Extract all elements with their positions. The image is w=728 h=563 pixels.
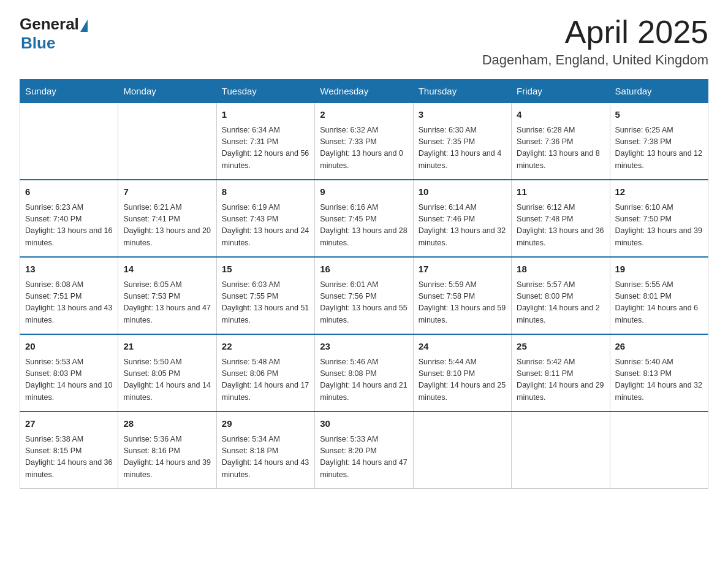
day-info: Sunrise: 6:14 AMSunset: 7:46 PMDaylight:…: [419, 202, 506, 250]
day-info: Sunrise: 5:36 AMSunset: 8:16 PMDaylight:…: [123, 434, 211, 481]
calendar-cell: 18Sunrise: 5:57 AMSunset: 8:00 PMDayligh…: [512, 257, 610, 334]
day-info: Sunrise: 6:08 AMSunset: 7:51 PMDaylight:…: [25, 279, 113, 327]
calendar-cell: 2Sunrise: 6:32 AMSunset: 7:33 PMDaylight…: [315, 103, 413, 180]
calendar-cell: 3Sunrise: 6:30 AMSunset: 7:35 PMDaylight…: [413, 103, 511, 180]
day-number: 25: [517, 340, 604, 354]
day-info: Sunrise: 5:48 AMSunset: 8:06 PMDaylight:…: [222, 356, 309, 404]
calendar-cell: 16Sunrise: 6:01 AMSunset: 7:56 PMDayligh…: [315, 257, 413, 334]
calendar-cell: [512, 412, 610, 489]
day-number: 9: [320, 185, 408, 199]
day-info: Sunrise: 6:34 AMSunset: 7:31 PMDaylight:…: [222, 124, 309, 172]
title-section: April 2025 Dagenham, England, United Kin…: [482, 15, 708, 68]
calendar-cell: 23Sunrise: 5:46 AMSunset: 8:08 PMDayligh…: [315, 334, 413, 412]
calendar-cell: 6Sunrise: 6:23 AMSunset: 7:40 PMDaylight…: [20, 180, 118, 257]
day-number: 5: [615, 108, 703, 122]
day-info: Sunrise: 5:55 AMSunset: 8:01 PMDaylight:…: [615, 279, 703, 327]
day-info: Sunrise: 6:28 AMSunset: 7:36 PMDaylight:…: [517, 124, 604, 172]
weekday-header-sunday: Sunday: [20, 80, 118, 103]
day-number: 19: [615, 262, 703, 277]
day-number: 16: [320, 262, 408, 277]
calendar-cell: 28Sunrise: 5:36 AMSunset: 8:16 PMDayligh…: [118, 412, 216, 489]
calendar-cell: 4Sunrise: 6:28 AMSunset: 7:36 PMDaylight…: [512, 103, 610, 180]
day-number: 6: [25, 185, 113, 199]
calendar-cell: 1Sunrise: 6:34 AMSunset: 7:31 PMDaylight…: [216, 103, 314, 180]
calendar-cell: 26Sunrise: 5:40 AMSunset: 8:13 PMDayligh…: [610, 334, 708, 412]
day-number: 24: [419, 340, 506, 354]
day-number: 27: [25, 417, 113, 431]
day-number: 30: [320, 417, 408, 431]
day-info: Sunrise: 5:42 AMSunset: 8:11 PMDaylight:…: [517, 356, 604, 404]
day-number: 23: [320, 340, 408, 354]
location-title: Dagenham, England, United Kingdom: [482, 52, 708, 68]
calendar-cell: 29Sunrise: 5:34 AMSunset: 8:18 PMDayligh…: [216, 412, 314, 489]
calendar-cell: 8Sunrise: 6:19 AMSunset: 7:43 PMDaylight…: [216, 180, 314, 257]
day-number: 8: [222, 185, 309, 199]
weekday-header-tuesday: Tuesday: [216, 80, 314, 103]
calendar-cell: [610, 412, 708, 489]
calendar-cell: 17Sunrise: 5:59 AMSunset: 7:58 PMDayligh…: [413, 257, 511, 334]
calendar-cell: 12Sunrise: 6:10 AMSunset: 7:50 PMDayligh…: [610, 180, 708, 257]
calendar-cell: 10Sunrise: 6:14 AMSunset: 7:46 PMDayligh…: [413, 180, 511, 257]
calendar-cell: [20, 103, 118, 180]
day-number: 14: [123, 262, 211, 277]
day-info: Sunrise: 5:46 AMSunset: 8:08 PMDaylight:…: [320, 356, 408, 404]
day-info: Sunrise: 5:53 AMSunset: 8:03 PMDaylight:…: [25, 356, 113, 404]
day-info: Sunrise: 6:01 AMSunset: 7:56 PMDaylight:…: [320, 279, 408, 327]
calendar-cell: [118, 103, 216, 180]
calendar-week-row: 20Sunrise: 5:53 AMSunset: 8:03 PMDayligh…: [20, 334, 708, 412]
day-info: Sunrise: 5:50 AMSunset: 8:05 PMDaylight:…: [123, 356, 211, 404]
calendar-cell: 14Sunrise: 6:05 AMSunset: 7:53 PMDayligh…: [118, 257, 216, 334]
day-number: 11: [517, 185, 604, 199]
calendar-cell: 11Sunrise: 6:12 AMSunset: 7:48 PMDayligh…: [512, 180, 610, 257]
month-title: April 2025: [482, 15, 708, 50]
logo: General Blue: [20, 15, 88, 53]
logo-text-blue: Blue: [21, 34, 55, 53]
calendar-week-row: 1Sunrise: 6:34 AMSunset: 7:31 PMDaylight…: [20, 103, 708, 180]
weekday-header-saturday: Saturday: [610, 80, 708, 103]
day-info: Sunrise: 5:38 AMSunset: 8:15 PMDaylight:…: [25, 434, 113, 481]
day-number: 29: [222, 417, 309, 431]
calendar-cell: 19Sunrise: 5:55 AMSunset: 8:01 PMDayligh…: [610, 257, 708, 334]
day-info: Sunrise: 6:12 AMSunset: 7:48 PMDaylight:…: [517, 202, 604, 250]
calendar-cell: 22Sunrise: 5:48 AMSunset: 8:06 PMDayligh…: [216, 334, 314, 412]
day-number: 1: [222, 108, 309, 122]
weekday-header-wednesday: Wednesday: [315, 80, 413, 103]
logo-text-general: General: [20, 15, 79, 34]
calendar-cell: 30Sunrise: 5:33 AMSunset: 8:20 PMDayligh…: [315, 412, 413, 489]
day-info: Sunrise: 5:40 AMSunset: 8:13 PMDaylight:…: [615, 356, 703, 404]
day-info: Sunrise: 5:34 AMSunset: 8:18 PMDaylight:…: [222, 434, 309, 481]
day-number: 13: [25, 262, 113, 277]
day-info: Sunrise: 6:03 AMSunset: 7:55 PMDaylight:…: [222, 279, 309, 327]
day-info: Sunrise: 6:25 AMSunset: 7:38 PMDaylight:…: [615, 124, 703, 172]
weekday-header-friday: Friday: [512, 80, 610, 103]
logo-triangle-icon: [80, 20, 88, 32]
day-number: 4: [517, 108, 604, 122]
day-number: 21: [123, 340, 211, 354]
calendar-week-row: 27Sunrise: 5:38 AMSunset: 8:15 PMDayligh…: [20, 412, 708, 489]
day-number: 26: [615, 340, 703, 354]
calendar-cell: 13Sunrise: 6:08 AMSunset: 7:51 PMDayligh…: [20, 257, 118, 334]
day-number: 20: [25, 340, 113, 354]
calendar-table: SundayMondayTuesdayWednesdayThursdayFrid…: [20, 79, 708, 489]
day-info: Sunrise: 5:59 AMSunset: 7:58 PMDaylight:…: [419, 279, 506, 327]
day-info: Sunrise: 5:57 AMSunset: 8:00 PMDaylight:…: [517, 279, 604, 327]
day-number: 15: [222, 262, 309, 277]
day-info: Sunrise: 5:33 AMSunset: 8:20 PMDaylight:…: [320, 434, 408, 481]
calendar-cell: 25Sunrise: 5:42 AMSunset: 8:11 PMDayligh…: [512, 334, 610, 412]
calendar-cell: 21Sunrise: 5:50 AMSunset: 8:05 PMDayligh…: [118, 334, 216, 412]
calendar-cell: 27Sunrise: 5:38 AMSunset: 8:15 PMDayligh…: [20, 412, 118, 489]
day-info: Sunrise: 6:32 AMSunset: 7:33 PMDaylight:…: [320, 124, 408, 172]
day-number: 3: [419, 108, 506, 122]
day-number: 22: [222, 340, 309, 354]
day-info: Sunrise: 6:19 AMSunset: 7:43 PMDaylight:…: [222, 202, 309, 250]
day-info: Sunrise: 6:30 AMSunset: 7:35 PMDaylight:…: [419, 124, 506, 172]
calendar-week-row: 6Sunrise: 6:23 AMSunset: 7:40 PMDaylight…: [20, 180, 708, 257]
calendar-cell: 7Sunrise: 6:21 AMSunset: 7:41 PMDaylight…: [118, 180, 216, 257]
day-number: 2: [320, 108, 408, 122]
day-info: Sunrise: 5:44 AMSunset: 8:10 PMDaylight:…: [419, 356, 506, 404]
calendar-cell: 5Sunrise: 6:25 AMSunset: 7:38 PMDaylight…: [610, 103, 708, 180]
weekday-header-thursday: Thursday: [413, 80, 511, 103]
day-number: 7: [123, 185, 211, 199]
calendar-header-row: SundayMondayTuesdayWednesdayThursdayFrid…: [20, 80, 708, 103]
calendar-cell: [413, 412, 511, 489]
